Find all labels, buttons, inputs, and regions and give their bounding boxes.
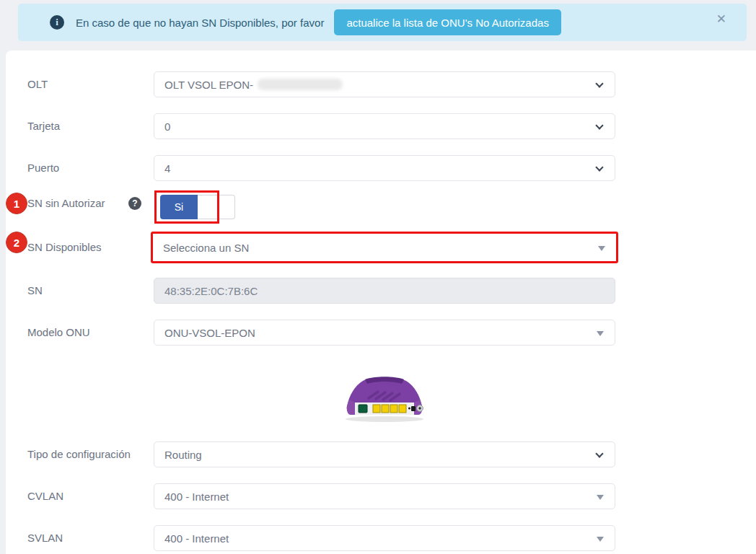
- form-card: OLT OLT VSOL EPON- Tarjeta 0 Puerto 4 1 …: [6, 50, 756, 554]
- tipo-configuracion-selected-value: Routing: [164, 449, 202, 461]
- info-banner: i En caso de que no hayan SN Disponibles…: [18, 4, 747, 41]
- modelo-onu-select[interactable]: ONU-VSOL-EPON: [154, 320, 615, 346]
- chevron-down-icon: [595, 121, 603, 129]
- olt-selected-value: OLT VSOL EPON-: [164, 79, 253, 91]
- caret-down-icon: [597, 331, 604, 336]
- close-icon[interactable]: ✕: [716, 13, 726, 25]
- olt-select[interactable]: OLT VSOL EPON-: [154, 71, 615, 97]
- onu-product-image: [340, 366, 428, 424]
- modelo-onu-selected-value: ONU-VSOL-EPON: [164, 327, 255, 339]
- svlan-selected-value: 400 - Internet: [164, 532, 229, 545]
- step-badge-1: 1: [6, 193, 27, 214]
- tarjeta-selected-value: 0: [164, 120, 170, 133]
- sn-label: SN: [27, 278, 154, 304]
- tipo-configuracion-label: Tipo de configuración: [27, 441, 154, 467]
- sn-value: 48:35:2E:0C:7B:6C: [164, 285, 258, 297]
- toggle-on-segment: Si: [160, 195, 198, 219]
- modelo-onu-label: Modelo ONU: [27, 320, 154, 346]
- tarjeta-select[interactable]: 0: [154, 113, 615, 139]
- sn-disponibles-label: SN Disponibles: [27, 234, 154, 260]
- info-icon: i: [50, 15, 64, 30]
- update-onu-list-button[interactable]: actualice la lista de ONU's No Autorizad…: [334, 9, 561, 35]
- step-badge-2: 2: [6, 232, 27, 253]
- chevron-down-icon: [595, 163, 603, 171]
- puerto-label: Puerto: [27, 155, 154, 181]
- sn-disponibles-placeholder: Selecciona un SN: [163, 242, 249, 254]
- banner-text: En caso de que no hayan SN Disponibles, …: [76, 17, 324, 29]
- chevron-down-icon: [595, 449, 603, 457]
- caret-down-icon: [598, 246, 605, 251]
- puerto-selected-value: 4: [164, 162, 170, 175]
- sn-input: 48:35:2E:0C:7B:6C: [154, 278, 615, 304]
- svlan-select[interactable]: 400 - Internet: [154, 525, 615, 551]
- cvlan-select[interactable]: 400 - Internet: [154, 483, 615, 509]
- puerto-select[interactable]: 4: [154, 155, 615, 181]
- chevron-down-icon: [595, 79, 603, 87]
- toggle-off-segment: [198, 195, 235, 219]
- help-icon[interactable]: ?: [128, 197, 141, 210]
- redacted-text-blur: [258, 79, 343, 90]
- sn-sin-autorizar-toggle[interactable]: Si: [160, 195, 235, 219]
- sn-disponibles-select[interactable]: Selecciona un SN: [151, 232, 618, 263]
- svlan-label: SVLAN: [27, 525, 154, 551]
- caret-down-icon: [597, 537, 604, 542]
- caret-down-icon: [597, 495, 604, 500]
- cvlan-label: CVLAN: [27, 483, 154, 509]
- olt-label: OLT: [27, 71, 154, 97]
- tarjeta-label: Tarjeta: [27, 113, 154, 139]
- cvlan-selected-value: 400 - Internet: [164, 491, 229, 503]
- tipo-configuracion-select[interactable]: Routing: [154, 441, 615, 467]
